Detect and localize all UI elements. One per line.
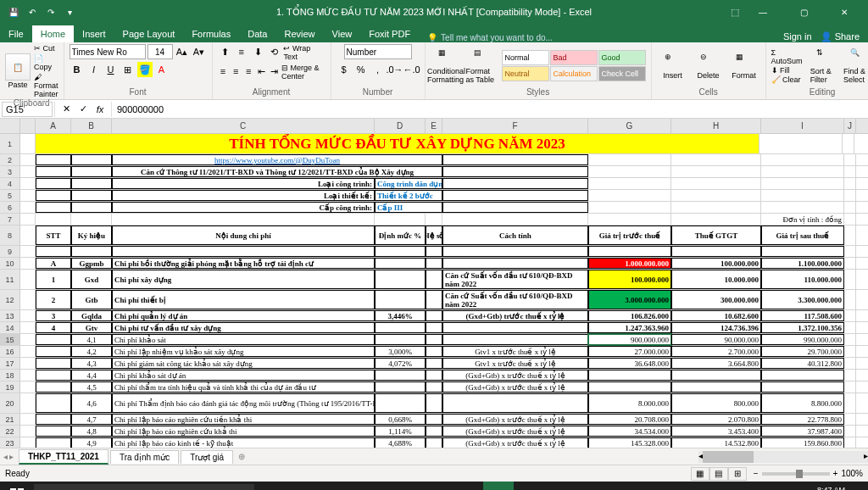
cell[interactable]	[844, 178, 856, 189]
grid-row[interactable]: 122GtbChi phí thiết bịCăn cứ Suất vốn đầ…	[0, 290, 868, 310]
zoom-in-icon[interactable]: +	[833, 469, 838, 478]
cell[interactable]	[761, 202, 844, 213]
cell[interactable]: 100.000.000	[671, 258, 761, 269]
col-header[interactable]	[20, 119, 36, 133]
cell[interactable]	[843, 134, 854, 153]
cell[interactable]	[20, 393, 36, 413]
cell[interactable]: Công trình dân dụng	[375, 178, 442, 189]
cell[interactable]	[442, 322, 588, 333]
view-normal-icon[interactable]: ▦	[691, 467, 709, 481]
cell[interactable]: Chi phí quản lý dự án	[112, 310, 375, 321]
cell[interactable]	[844, 166, 856, 177]
increase-decimal-icon[interactable]: .0→	[387, 62, 403, 77]
cell[interactable]	[844, 202, 856, 213]
cell[interactable]	[844, 322, 856, 333]
cell[interactable]: Giá trị trước thuế	[588, 226, 671, 245]
cell-styles-gallery[interactable]: Normal Bad Good Neutral Calculation Chec…	[502, 50, 646, 81]
share-button[interactable]: 👤 Share	[821, 31, 860, 42]
cell[interactable]	[844, 414, 856, 425]
cell[interactable]: 4,072%	[375, 358, 426, 369]
cell[interactable]: 4	[36, 322, 71, 333]
cell[interactable]: 1	[36, 270, 71, 289]
row-header[interactable]: 19	[0, 381, 20, 393]
cell[interactable]	[426, 381, 442, 393]
grid-row[interactable]: 1TÍNH TỔNG MỨC ĐẦU TƯ XÂY DỰNG NĂM 2023	[0, 134, 868, 154]
cell[interactable]: 37.987.400	[761, 426, 844, 437]
cell[interactable]: 3,446%	[375, 310, 426, 321]
font-name-select[interactable]	[70, 44, 146, 59]
cell[interactable]	[588, 381, 671, 393]
row-header[interactable]: 9	[0, 246, 20, 257]
cell[interactable]	[20, 214, 36, 225]
cell[interactable]	[426, 334, 442, 345]
cell[interactable]: Chi phí khảo sát dự án	[112, 370, 375, 381]
grid-row[interactable]: 154,1Chi phí khảo sát900.000.00090.000.0…	[0, 334, 868, 346]
row-header[interactable]: 18	[0, 370, 20, 381]
cell[interactable]	[375, 370, 426, 381]
cell[interactable]: Chi phí bồi thường giải phóng mặt bằng h…	[112, 258, 375, 269]
cell[interactable]: 4,2	[71, 346, 112, 357]
cell[interactable]: 145.328.000	[588, 437, 671, 448]
cell[interactable]	[20, 190, 36, 201]
cell[interactable]	[426, 426, 442, 437]
sign-in-link[interactable]: Sign in	[783, 31, 812, 42]
cell[interactable]	[20, 258, 36, 269]
cell[interactable]: 3.300.000.000	[761, 290, 844, 309]
cell[interactable]	[426, 258, 442, 269]
row-header[interactable]: 13	[0, 310, 20, 321]
view-page-layout-icon[interactable]: ▤	[709, 467, 728, 481]
cell[interactable]: Chi phí Thẩm định báo cáo đánh giá tác đ…	[112, 393, 375, 413]
cell[interactable]	[20, 226, 36, 245]
cell[interactable]	[761, 381, 844, 393]
cell[interactable]	[20, 134, 36, 153]
cell[interactable]: (Gxd+Gtb) x trước thuế x tỷ lệ	[442, 437, 588, 448]
cell[interactable]	[442, 166, 588, 177]
minimize-button[interactable]: —	[746, 0, 780, 24]
cell[interactable]: 4,1	[71, 334, 112, 345]
grid-row[interactable]: 7Đơn vị tính : đồng	[0, 214, 868, 226]
accounting-format-icon[interactable]: $	[337, 62, 352, 77]
app-explorer-icon[interactable]: 📁	[354, 482, 385, 490]
zoom-control[interactable]: − + 100%	[754, 469, 863, 478]
cell[interactable]	[844, 246, 856, 257]
cell[interactable]	[36, 190, 71, 201]
cell[interactable]: (Gxd+Gtb) x trước thuế x tỷ lệ	[442, 426, 588, 437]
cell[interactable]: 36.648.000	[588, 358, 671, 369]
grid-row[interactable]: 164,2Chi phí lập nhiệm vụ khảo sát xây d…	[0, 346, 868, 358]
scroll-right-icon[interactable]: ▸	[864, 451, 868, 463]
app-zalo-icon[interactable]: Z	[387, 482, 417, 490]
cell[interactable]: 22.778.800	[761, 414, 844, 425]
tab-insert[interactable]: Insert	[74, 25, 114, 42]
ribbon-display-icon[interactable]: ⬚	[731, 7, 739, 18]
cell[interactable]	[426, 246, 442, 257]
cell[interactable]	[36, 414, 71, 425]
app-edge-icon[interactable]: 🌐	[322, 482, 353, 490]
cell[interactable]	[671, 370, 761, 381]
fill-button[interactable]: ⬇ Fill	[771, 66, 807, 75]
cell[interactable]	[844, 290, 856, 309]
tab-home[interactable]: Home	[32, 25, 74, 42]
cell[interactable]	[375, 290, 426, 309]
cell[interactable]: Giá trị sau thuế	[761, 226, 844, 245]
cell[interactable]	[36, 334, 71, 345]
cell[interactable]: 124.736.396	[671, 322, 761, 333]
cell[interactable]	[671, 166, 761, 177]
cell[interactable]	[426, 346, 442, 357]
fx-icon[interactable]: fx	[92, 102, 108, 117]
cell[interactable]: Thiết kế 2 bước	[375, 190, 442, 201]
maximize-button[interactable]: ▢	[787, 0, 821, 24]
cell[interactable]	[442, 258, 588, 269]
cell[interactable]	[844, 370, 856, 381]
decrease-indent-icon[interactable]: ⇤	[256, 64, 267, 79]
style-good[interactable]: Good	[598, 50, 646, 65]
cell[interactable]: 4,3	[71, 358, 112, 369]
cell[interactable]: 1.247.363.960	[588, 322, 671, 333]
cell[interactable]: 117.508.600	[761, 310, 844, 321]
cell[interactable]: Cấp III	[375, 202, 442, 213]
row-header[interactable]: 1	[0, 134, 20, 153]
cell[interactable]	[442, 393, 588, 413]
cell[interactable]	[20, 426, 36, 437]
cell[interactable]: Gxd	[71, 270, 112, 289]
cell[interactable]: 10.682.600	[671, 310, 761, 321]
cell[interactable]	[588, 202, 671, 213]
